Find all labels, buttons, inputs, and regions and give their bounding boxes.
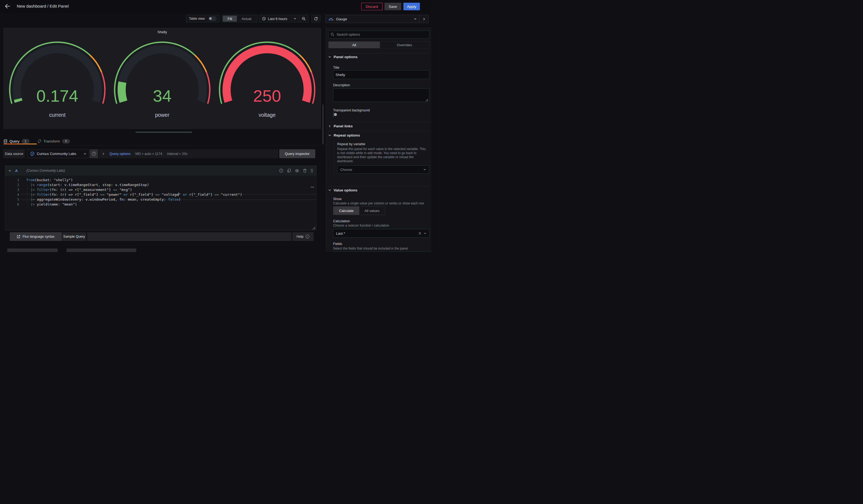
section-heading: Panel links <box>334 124 353 128</box>
shelly-panel[interactable]: Shelly 0.174current 34power 250voltage <box>3 28 321 129</box>
query-help-icon[interactable]: ? <box>279 169 283 173</box>
section-heading: Repeat options <box>334 133 360 137</box>
save-button[interactable]: Save <box>385 3 401 10</box>
duplicate-icon[interactable] <box>287 169 291 173</box>
time-range-button[interactable]: Last 6 hours <box>259 17 299 21</box>
query-options-link[interactable]: Query options <box>110 152 130 156</box>
query-ref: A <box>15 169 17 173</box>
back-button[interactable] <box>4 3 12 10</box>
query-options-bar[interactable]: Query options MD = auto = 1174 Interval … <box>99 149 278 158</box>
chevron-down-icon <box>8 169 11 172</box>
actual-button[interactable]: Actual <box>237 16 256 22</box>
apply-button[interactable]: Apply <box>403 3 420 10</box>
tab-query[interactable]: Query 1 <box>3 139 29 143</box>
description-label: Description <box>333 83 350 87</box>
svg-text:power: power <box>155 112 170 118</box>
max-data-points-text: MD = auto = 1174 <box>136 152 162 156</box>
tab-all[interactable]: All <box>328 42 380 48</box>
gauge-current: 0.174current <box>6 37 109 121</box>
page-title: New dashboard / Edit Panel <box>17 4 69 9</box>
add-expression-button-partial[interactable] <box>66 249 136 252</box>
fields-select-partial[interactable] <box>333 251 430 252</box>
clock-icon <box>262 17 266 21</box>
time-range-label: Last 6 hours <box>268 17 287 21</box>
section-repeat-options[interactable]: Repeat options <box>328 133 360 137</box>
visualization-row: 79 Gauge <box>325 15 429 23</box>
flux-syntax-button[interactable]: Flux language syntax <box>10 232 62 241</box>
hide-response-eye-icon[interactable] <box>295 169 299 173</box>
tab-transform[interactable]: Transform 0 <box>38 139 70 143</box>
editor-resize-handle-icon[interactable] <box>312 227 315 230</box>
gauge-voltage: 250voltage <box>216 37 318 121</box>
svg-text:250: 250 <box>253 87 281 105</box>
repeat-variable-select[interactable]: Choose <box>337 165 429 174</box>
panel-resize-handle[interactable] <box>136 132 192 133</box>
visualization-picker[interactable]: 79 Gauge <box>326 15 419 23</box>
gauge-viz-icon: 79 <box>328 17 334 21</box>
chevron-right-icon <box>328 125 331 128</box>
fill-button[interactable]: Fill <box>223 16 237 22</box>
tab-query-label: Query <box>10 139 20 143</box>
description-textarea[interactable] <box>333 88 429 102</box>
datasource-help-button[interactable]: ? <box>90 149 98 158</box>
section-heading: Panel options <box>334 55 358 59</box>
calculation-select[interactable]: Last * <box>333 229 429 238</box>
discard-button[interactable]: Discard <box>361 3 383 10</box>
repeat-by-variable-label: Repeat by variable <box>337 142 429 146</box>
panel-title-input[interactable] <box>333 70 429 79</box>
active-tab-underline <box>3 143 37 144</box>
overview-ruler-mark <box>311 187 314 187</box>
collapse-options-button[interactable] <box>419 15 428 23</box>
divider <box>0 145 321 146</box>
svg-text:0.174: 0.174 <box>36 87 78 105</box>
transparent-background-label: Transparent background <box>333 109 370 112</box>
options-filter-tabs: All Overrides <box>328 41 429 48</box>
repeat-by-variable-description: Repeat this panel for each value in the … <box>337 147 428 163</box>
tab-query-count: 1 <box>22 139 29 143</box>
repeat-options-body: Repeat by variable Repeat this panel for… <box>334 140 429 178</box>
zoom-out-icon <box>302 17 306 21</box>
chevron-right-icon <box>102 152 105 155</box>
code-lines: 1from(bucket: "shelly")2 |> range(start:… <box>5 178 316 207</box>
show-description: Calculate a single value per column or s… <box>333 201 424 205</box>
clear-icon[interactable] <box>418 232 421 235</box>
query-header-actions: ? <box>279 169 313 173</box>
delete-query-trash-icon[interactable] <box>303 169 307 173</box>
query-editor-header[interactable]: A (Curious Community Labs) ? <box>5 166 316 176</box>
top-bar: New dashboard / Edit Panel Discard Save … <box>0 0 432 13</box>
query-editor-card: A (Curious Community Labs) ? <box>5 165 316 230</box>
drag-handle-icon[interactable] <box>311 169 313 173</box>
datasource-picker[interactable]: Curious Community Labs <box>27 149 89 158</box>
section-heading: Value options <box>334 188 358 192</box>
datasource-label: Data source <box>3 149 25 158</box>
datasource-name: Curious Community Labs <box>37 152 76 156</box>
info-circle-icon: i <box>305 235 309 239</box>
flux-code-editor[interactable]: 1from(bucket: "shelly")2 |> range(start:… <box>5 176 316 230</box>
help-label: Help <box>297 235 304 239</box>
table-view-toggle[interactable] <box>209 16 216 21</box>
textarea-resize-handle-icon[interactable] <box>426 99 428 101</box>
section-value-options[interactable]: Value options <box>328 188 358 192</box>
flux-syntax-label: Flux language syntax <box>23 235 54 239</box>
add-query-button-partial[interactable] <box>7 249 58 252</box>
help-button[interactable]: Help i <box>292 232 314 241</box>
all-values-button[interactable]: All values <box>359 206 385 215</box>
svg-text:79: 79 <box>330 19 332 21</box>
tab-overrides[interactable]: Overrides <box>380 42 429 48</box>
refresh-icon <box>314 17 318 21</box>
chevron-down-icon <box>414 17 417 20</box>
section-panel-links[interactable]: Panel links <box>328 124 353 128</box>
show-mode-group: Calculate All values <box>333 206 385 215</box>
refresh-button[interactable] <box>311 15 321 23</box>
zoom-out-button[interactable] <box>299 17 308 21</box>
table-view-label: Table view <box>189 17 205 21</box>
query-inspector-button[interactable]: Query inspector <box>279 149 315 158</box>
database-icon <box>3 139 7 143</box>
search-options-input[interactable] <box>336 32 427 37</box>
sample-query-button[interactable]: Sample Query <box>62 232 86 241</box>
section-panel-options[interactable]: Panel options <box>328 55 358 59</box>
calculate-button[interactable]: Calculate <box>333 206 359 215</box>
help-circle-icon: ? <box>92 152 96 156</box>
interval-text: Interval = 20s <box>167 152 187 156</box>
transparent-background-toggle[interactable] <box>333 112 334 117</box>
